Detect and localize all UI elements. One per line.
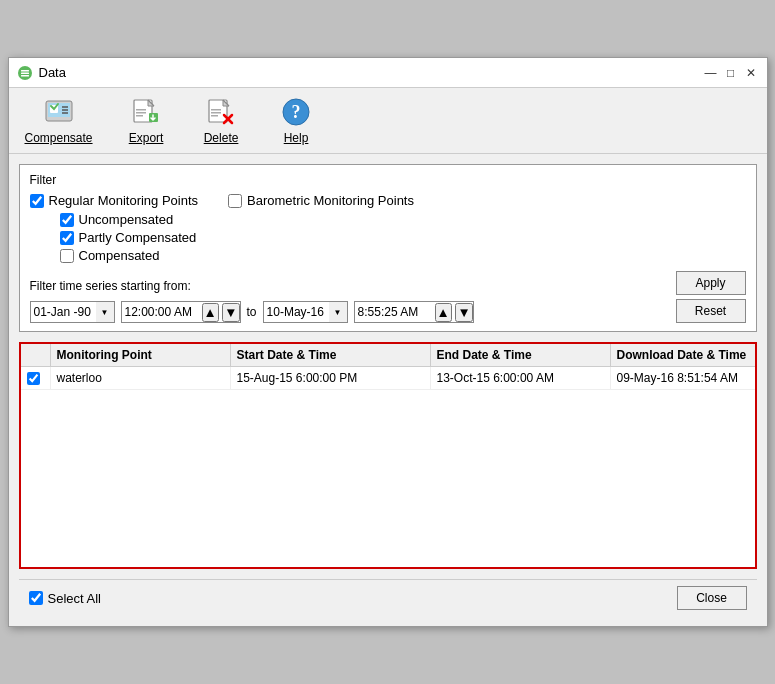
data-table: Monitoring Point Start Date & Time End D…: [19, 342, 757, 569]
reset-button[interactable]: Reset: [676, 299, 746, 323]
svg-rect-15: [211, 115, 218, 117]
from-date-dropdown[interactable]: ▼: [96, 302, 114, 322]
table-header: Monitoring Point Start Date & Time End D…: [21, 344, 755, 367]
table-row: waterloo 15-Aug-15 6:00:00 PM 13-Oct-15 …: [21, 367, 755, 390]
svg-rect-9: [136, 112, 146, 114]
export-button[interactable]: Export: [119, 94, 174, 147]
compensated-input[interactable]: [60, 249, 74, 263]
delete-button[interactable]: Delete: [194, 94, 249, 147]
time-filter-row: ▼ ▲ ▼ to ▼: [30, 301, 670, 323]
regular-monitoring-checkbox[interactable]: Regular Monitoring Points: [30, 193, 199, 208]
compensated-label: Compensated: [79, 248, 160, 263]
to-time-input[interactable]: ▲ ▼: [354, 301, 474, 323]
from-time-down[interactable]: ▼: [222, 303, 239, 322]
window-title: Data: [39, 65, 66, 80]
compensated-checkbox[interactable]: Compensated: [60, 248, 746, 263]
main-window: Data — □ ✕ Compensate: [8, 57, 768, 627]
from-time-field[interactable]: [122, 302, 202, 322]
barometric-monitoring-checkbox[interactable]: Barometric Monitoring Points: [228, 193, 414, 208]
filter-time-left: Filter time series starting from: ▼ ▲ ▼: [30, 279, 670, 323]
partly-compensated-label: Partly Compensated: [79, 230, 197, 245]
compensate-button[interactable]: Compensate: [19, 94, 99, 147]
svg-rect-13: [211, 109, 221, 111]
help-button[interactable]: ? Help: [269, 94, 324, 147]
filter-sub-rows: Uncompensated Partly Compensated Compens…: [60, 212, 746, 263]
svg-rect-1: [21, 70, 29, 72]
barometric-monitoring-label: Barometric Monitoring Points: [247, 193, 414, 208]
toolbar: Compensate Export: [9, 88, 767, 154]
barometric-monitoring-input[interactable]: [228, 194, 242, 208]
maximize-button[interactable]: □: [723, 65, 739, 81]
filter-subsection: Uncompensated Partly Compensated Compens…: [60, 212, 746, 263]
row-monitoring-point: waterloo: [51, 367, 231, 389]
bottom-bar: Select All Close: [19, 579, 757, 616]
to-date-input[interactable]: ▼: [263, 301, 348, 323]
filter-time-apply: Filter time series starting from: ▼ ▲ ▼: [30, 271, 746, 323]
filter-section: Filter Regular Monitoring Points Baromet…: [19, 164, 757, 332]
to-date-dropdown[interactable]: ▼: [329, 302, 347, 322]
uncompensated-checkbox[interactable]: Uncompensated: [60, 212, 746, 227]
svg-rect-2: [21, 72, 29, 74]
time-filter-label: Filter time series starting from:: [30, 279, 670, 293]
col-monitoring-point: Monitoring Point: [51, 344, 231, 366]
to-label: to: [247, 305, 257, 319]
to-time-field[interactable]: [355, 302, 435, 322]
col-start-date: Start Date & Time: [231, 344, 431, 366]
compensate-label: Compensate: [25, 131, 93, 145]
col-check: [21, 344, 51, 366]
from-time-input[interactable]: ▲ ▼: [121, 301, 241, 323]
regular-monitoring-input[interactable]: [30, 194, 44, 208]
from-date-field[interactable]: [31, 302, 96, 322]
row-end-date: 13-Oct-15 6:00:00 AM: [431, 367, 611, 389]
to-time-up[interactable]: ▲: [435, 303, 452, 322]
apply-button[interactable]: Apply: [676, 271, 746, 295]
to-time-spinner[interactable]: ▲ ▼: [435, 303, 473, 322]
select-all-checkbox[interactable]: Select All: [29, 591, 101, 606]
help-label: Help: [284, 131, 309, 145]
from-time-up[interactable]: ▲: [202, 303, 219, 322]
col-end-date: End Date & Time: [431, 344, 611, 366]
from-date-input[interactable]: ▼: [30, 301, 115, 323]
apply-reset-buttons: Apply Reset: [676, 271, 746, 323]
regular-monitoring-label: Regular Monitoring Points: [49, 193, 199, 208]
content-area: Filter Regular Monitoring Points Baromet…: [9, 154, 767, 626]
svg-rect-10: [136, 115, 143, 117]
help-icon: ?: [280, 96, 312, 128]
row-check-cell: [21, 367, 51, 389]
title-bar-left: Data: [17, 65, 66, 81]
from-time-spinner[interactable]: ▲ ▼: [202, 303, 240, 322]
svg-rect-14: [211, 112, 221, 114]
title-bar: Data — □ ✕: [9, 58, 767, 88]
svg-text:?: ?: [292, 102, 301, 122]
select-all-label: Select All: [48, 591, 101, 606]
uncompensated-input[interactable]: [60, 213, 74, 227]
row-checkbox[interactable]: [27, 372, 40, 385]
close-window-button[interactable]: ✕: [743, 65, 759, 81]
filter-title: Filter: [30, 173, 746, 187]
to-date-field[interactable]: [264, 302, 329, 322]
data-icon: [17, 65, 33, 81]
export-icon: [130, 96, 162, 128]
table-body: waterloo 15-Aug-15 6:00:00 PM 13-Oct-15 …: [21, 367, 755, 567]
row-download-date: 09-May-16 8:51:54 AM: [611, 367, 755, 389]
compensate-icon: [43, 96, 75, 128]
filter-top-row: Regular Monitoring Points Barometric Mon…: [30, 193, 746, 208]
row-start-date: 15-Aug-15 6:00:00 PM: [231, 367, 431, 389]
svg-rect-3: [21, 75, 29, 77]
svg-rect-8: [136, 109, 146, 111]
select-all-input[interactable]: [29, 591, 43, 605]
export-label: Export: [129, 131, 164, 145]
minimize-button[interactable]: —: [703, 65, 719, 81]
partly-compensated-checkbox[interactable]: Partly Compensated: [60, 230, 746, 245]
delete-icon: [205, 96, 237, 128]
col-download-date: Download Date & Time: [611, 344, 755, 366]
to-time-down[interactable]: ▼: [455, 303, 472, 322]
partly-compensated-input[interactable]: [60, 231, 74, 245]
uncompensated-label: Uncompensated: [79, 212, 174, 227]
delete-label: Delete: [204, 131, 239, 145]
title-bar-controls: — □ ✕: [703, 65, 759, 81]
close-button[interactable]: Close: [677, 586, 747, 610]
